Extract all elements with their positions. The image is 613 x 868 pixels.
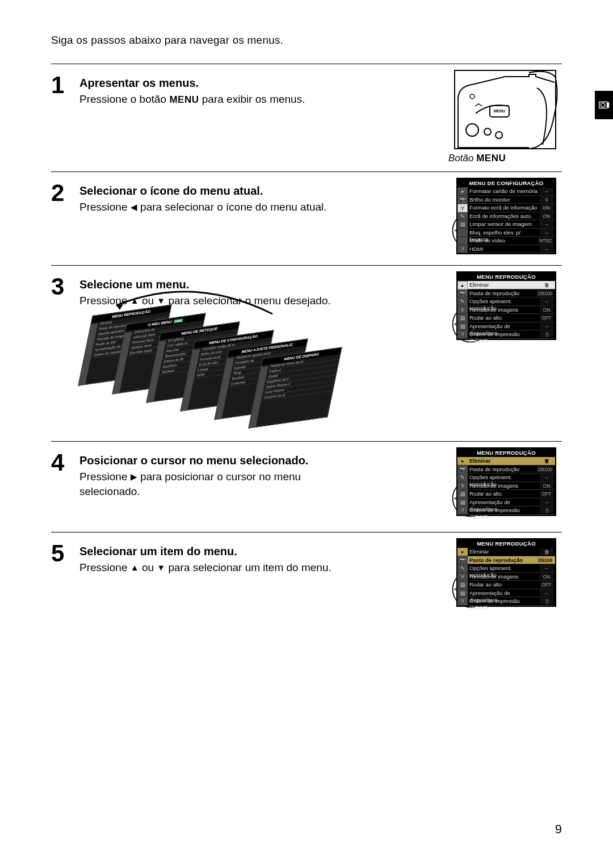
spacer (457, 229, 468, 237)
menu-playback-screenshot: MENU REPRODUÇÃO ▸ 📷 ✎ Y ▤ ▤ ? Eliminar🗑 … (456, 447, 556, 516)
right-arrow-icon: ▶ (131, 472, 137, 481)
step-number: 2 (51, 179, 79, 254)
menu-title: MENU REPRODUÇÃO (457, 448, 555, 457)
mymenu-tab-icon: ▤ (457, 322, 468, 331)
down-arrow-icon: ▼ (157, 563, 165, 572)
camera-illustration: MENU (454, 70, 556, 149)
help-tab-icon: ? (457, 506, 468, 515)
menu-icon-strip: ▸ 📷 Y ✎ ▤ ? (457, 187, 468, 253)
step-title: Selecionar o ícone do menu atual. (79, 184, 358, 198)
setup-tab-icon: Y (457, 306, 468, 315)
menu-config-screenshot: MENU DE CONFIGURAÇÃO ▸ 📷 Y ✎ ▤ ? Formata… (456, 178, 556, 254)
camera-small-button-icon (484, 128, 492, 136)
menu-icon-strip: ▸ 📷 ✎ Y ▤ ▤ ? (457, 548, 468, 606)
menu-icon-strip: ▸ 📷 ✎ Y ▤ ▤ ? (457, 457, 468, 515)
shooting-tab-icon: 📷 (457, 556, 468, 565)
help-tab-icon: ? (457, 330, 468, 339)
setup-tab-icon: Y (457, 573, 468, 581)
playback-tab-icon: ▸ (457, 457, 468, 466)
shooting-tab-icon: 📷 (457, 466, 468, 474)
camera-caption: Botão MENU (392, 153, 562, 164)
menu-rows: Eliminar🗑 Pasta de reproduçãoD5100 Opçõe… (468, 281, 555, 339)
step-desc: Pressione ◀ para selecionar o ícone do m… (79, 200, 358, 215)
menu-title: MENU REPRODUÇÃO (457, 539, 555, 548)
setup-tab-icon: Y (457, 204, 468, 212)
step-desc: Pressione o botão MENU para exibir os me… (79, 92, 358, 107)
camera-small-button-icon (465, 123, 479, 137)
step1-graphic: MENU Botão MENU (392, 70, 562, 164)
step-number: 5 (51, 539, 79, 611)
step-number: 4 (51, 448, 79, 521)
playback-tab-icon: ▸ (457, 281, 468, 290)
left-arrow-icon: ◀ (131, 202, 137, 212)
retouch-tab-icon: ▤ (457, 581, 468, 589)
retouch-tab-icon: ▤ (457, 490, 468, 498)
introduction-icon (598, 99, 610, 111)
svg-point-1 (601, 103, 605, 107)
step-2: 2 Selecionar o ícone do menu atual. Pres… (51, 171, 562, 265)
step-3: 3 Selecione um menu. Pressione ▲ ou ▼ pa… (51, 265, 562, 441)
menu-rows: Formatar cartão de memória-- Brilho do m… (468, 187, 555, 253)
help-tab-icon: ? (457, 245, 468, 254)
menu-stack-3d: O MEU MENU FINE Definições de Adicionar … (85, 311, 346, 419)
custom-tab-icon: ✎ (457, 473, 468, 482)
menu-icon-strip: ▸ 📷 ✎ Y ▤ ▤ ? (457, 281, 468, 339)
camera-small-button-icon (495, 131, 503, 139)
stack-card: MENU DE DISPARO Restaurar menu de di Pas… (248, 347, 342, 428)
menu-button-icon: MENU (489, 105, 510, 118)
menu-rows: Eliminar🗑 Pasta de reproduçãoD5100 Opçõe… (468, 457, 555, 515)
playback-tab-icon: ▸ (457, 187, 468, 196)
menu-playback-screenshot: MENU REPRODUÇÃO ▸ 📷 ✎ Y ▤ ▤ ? Eliminar🗑 … (456, 271, 556, 340)
spacer (457, 237, 468, 245)
retouch-tab-icon: ✎ (457, 212, 468, 221)
intro-text: Siga os passos abaixo para navegar os me… (51, 34, 562, 47)
step-title: Apresentar os menus. (79, 77, 358, 90)
mymenu-tab-icon: ▤ (457, 498, 468, 507)
shooting-tab-icon: 📷 (457, 196, 468, 204)
setup-tab-icon: Y (457, 482, 468, 490)
step-4: 4 Posicionar o cursor no menu selecionad… (51, 441, 562, 532)
step-title: Selecionar um item do menu. (79, 545, 358, 558)
camera-grip-icon (526, 71, 559, 150)
custom-tab-icon: ✎ (457, 297, 468, 306)
step-desc: Pressione ▲ ou ▼ para selecionar um item… (79, 560, 358, 575)
menu-title: MENU REPRODUÇÃO (457, 272, 555, 281)
up-arrow-icon: ▲ (131, 563, 139, 572)
mymenu-tab-icon: ▤ (457, 589, 468, 598)
svg-point-2 (470, 94, 475, 99)
step-title: Posicionar o cursor no menu selecionado. (79, 454, 358, 467)
mymenu-tab-icon: ▤ (457, 220, 468, 229)
custom-tab-icon: ✎ (457, 564, 468, 573)
playback-tab-icon: ▸ (457, 548, 468, 556)
step-5: 5 Selecionar um item do menu. Pressione … (51, 532, 562, 623)
step-number: 1 (51, 71, 79, 160)
side-tab (595, 91, 613, 119)
step-number: 3 (51, 272, 79, 430)
help-tab-icon: ? (457, 597, 468, 606)
menu-rows: Eliminar🗑 Pasta de reproduçãoD5100 Opçõe… (468, 548, 555, 606)
page-number: 9 (555, 822, 562, 837)
shooting-tab-icon: 📷 (457, 290, 468, 298)
menu-title: MENU DE CONFIGURAÇÃO (457, 179, 555, 187)
step-1: 1 Apresentar os menus. Pressione o botão… (51, 64, 562, 171)
step-desc: Pressione ▶ para posicionar o cursor no … (79, 469, 358, 498)
menu-playback-screenshot: MENU REPRODUÇÃO ▸ 📷 ✎ Y ▤ ▤ ? Eliminar🗑 … (456, 538, 556, 607)
retouch-tab-icon: ▤ (457, 314, 468, 322)
menu-label-inline: MENU (169, 94, 199, 105)
